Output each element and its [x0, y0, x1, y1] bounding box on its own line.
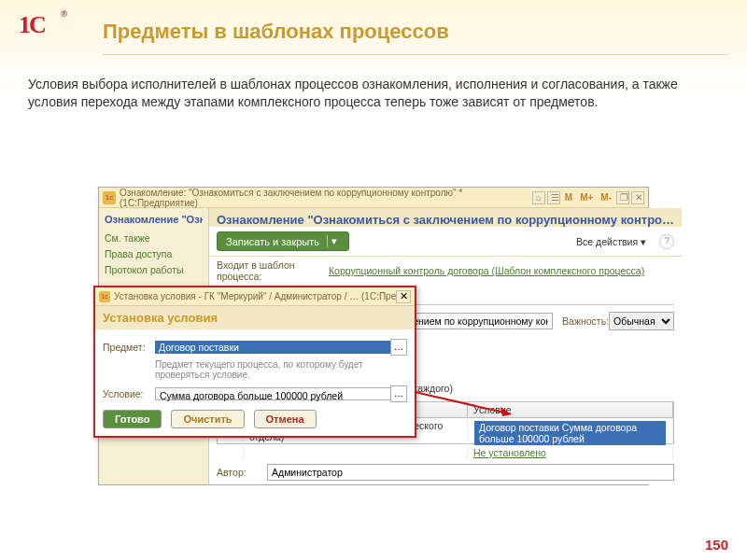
1c-logo: 1C®: [19, 11, 67, 49]
author-row: Автор:: [217, 464, 674, 481]
importance-label: Важность:: [562, 315, 609, 327]
slide-title: Предметы в шаблонах процессов: [103, 20, 449, 44]
condition-selected[interactable]: Договор поставки Сумма договора больше 1…: [474, 421, 666, 445]
dialog-titlebar: 1c Установка условия - ГК "Меркурий" / А…: [95, 287, 415, 306]
condition-value[interactable]: Сумма договора больше 100000 рублей: [155, 387, 391, 400]
cancel-button[interactable]: Отмена: [254, 410, 317, 428]
save-close-label: Записать и закрыть: [226, 236, 319, 247]
window-title: Ознакомление: "Ознакомиться с заключение…: [120, 188, 532, 208]
template-row: Входит в шаблон процесса: Коррупционный …: [209, 257, 682, 285]
toolbar: Записать и закрыть▾ Все действия ▾ ?: [209, 227, 682, 257]
condition-label: Условие:: [103, 388, 155, 399]
tool-home-icon[interactable]: ⌂: [532, 191, 545, 204]
sidebar-header: Ознакомление "Озна…: [105, 214, 203, 225]
table-row[interactable]: Не установлено: [218, 445, 673, 460]
condition-dialog: 1c Установка условия - ГК "Меркурий" / А…: [93, 286, 416, 438]
save-close-button[interactable]: Записать и закрыть▾: [217, 231, 349, 251]
tool-mplus[interactable]: M+: [577, 192, 596, 203]
condition-picker-button[interactable]: …: [390, 385, 407, 402]
condition-link[interactable]: Не установлено: [473, 447, 546, 458]
close-icon[interactable]: ✕: [396, 290, 411, 303]
form-title: Ознакомление "Ознакомиться с заключением…: [209, 208, 682, 227]
subject-value[interactable]: Договор поставки: [155, 341, 391, 354]
help-icon[interactable]: ?: [659, 234, 674, 249]
chevron-down-icon[interactable]: ▾: [327, 235, 340, 247]
author-input[interactable]: [267, 464, 674, 481]
template-link[interactable]: Коррупционный контроль договора (Шаблон …: [329, 265, 644, 276]
sidebar-link-log[interactable]: Протокол работы: [105, 264, 203, 275]
app-icon: 1c: [99, 291, 110, 302]
dialog-title: Установка условия - ГК "Меркурий" / Адми…: [114, 291, 396, 301]
clear-button[interactable]: Очистить: [171, 410, 244, 428]
subject-note: Предмет текущего процесса, по которому б…: [155, 359, 407, 380]
dialog-header: Установка условия: [95, 306, 415, 329]
window-tools: ⌂ ☰ M M+ M- ❐ ✕: [532, 191, 644, 204]
tool-restore-icon[interactable]: ❐: [616, 191, 629, 204]
title-underline: [103, 54, 728, 55]
th-condition: Условие: [468, 402, 673, 417]
page-number: 150: [705, 537, 728, 553]
all-actions-link[interactable]: Все действия ▾: [576, 236, 646, 247]
sidebar-link-rights[interactable]: Права доступа: [105, 248, 203, 259]
slide-header: 1C® Предметы в шаблонах процессов: [0, 0, 747, 49]
author-label: Автор:: [217, 467, 267, 478]
tool-mminus[interactable]: M-: [598, 192, 614, 203]
window-titlebar: 1c Ознакомление: "Ознакомиться с заключе…: [99, 188, 648, 208]
close-icon[interactable]: ✕: [631, 191, 644, 204]
sidebar-link-seealso[interactable]: См. также: [105, 232, 203, 244]
subject-picker-button[interactable]: …: [390, 339, 407, 356]
tool-m[interactable]: M: [562, 192, 575, 203]
template-label: Входит в шаблон процесса:: [217, 259, 329, 282]
tool-print-icon[interactable]: ☰: [547, 191, 560, 204]
slide-paragraph: Условия выбора исполнителей в шаблонах п…: [28, 76, 719, 111]
subject-label: Предмет:: [103, 342, 155, 353]
cell-condition: Договор поставки Сумма договора больше 1…: [468, 418, 673, 448]
app-icon: 1c: [103, 191, 116, 204]
importance-select[interactable]: Обычная: [609, 312, 674, 330]
ok-button[interactable]: Готово: [103, 410, 162, 428]
